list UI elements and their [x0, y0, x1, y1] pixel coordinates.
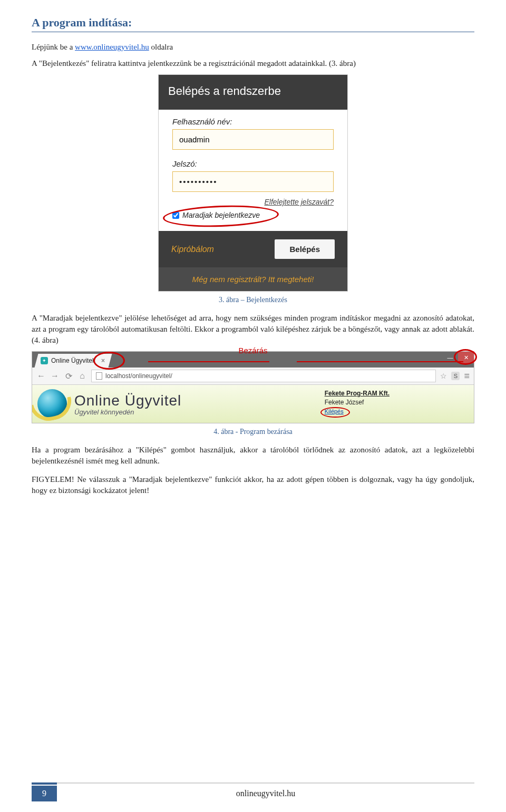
tab-close-icon[interactable]: ×	[101, 357, 105, 364]
figure3-caption: 3. ábra – Bejelentkezés	[32, 296, 474, 304]
page-icon	[96, 372, 102, 380]
browser-tab[interactable]: ✦ Online Ügyvitel ×	[35, 354, 112, 368]
footer-site-name: onlineugyvitel.hu	[57, 789, 474, 798]
annotation-line	[148, 361, 269, 362]
paragraph-after-fig4: Ha a program bezárásához a "Kilépés" gom…	[32, 444, 474, 467]
highlight-circle	[93, 352, 125, 370]
favicon-icon: ✦	[41, 357, 48, 364]
home-icon[interactable]: ⌂	[77, 371, 87, 381]
address-text: localhost/onlineugyvitel/	[105, 372, 172, 380]
register-link-bar[interactable]: Még nem regisztrált? Itt megteheti!	[159, 267, 347, 291]
login-button[interactable]: Belépés	[275, 239, 335, 259]
user-info-block: Fekete Prog-RAM Kft. Fekete József Kilép…	[325, 389, 390, 415]
browser-window: ✦ Online Ügyvitel × — ✕ ← → ⟳ ⌂ localhos…	[32, 351, 474, 423]
menu-icon[interactable]: ≡	[464, 371, 470, 382]
paragraph-after-fig3: A "Maradjak bejelentkezve" jelölése lehe…	[32, 313, 474, 346]
user-name: Fekete József	[325, 398, 390, 407]
username-label: Felhasználó név:	[172, 117, 334, 126]
username-input[interactable]	[172, 129, 334, 150]
page-number: 9	[32, 786, 57, 801]
forgot-password-link[interactable]: Elfelejtette jelszavát?	[264, 198, 334, 206]
page-footer: 9 onlineugyvitel.hu	[32, 782, 474, 801]
address-bar[interactable]: localhost/onlineugyvitel/	[91, 370, 436, 382]
remember-checkbox[interactable]	[172, 212, 179, 219]
back-icon[interactable]: ←	[36, 371, 46, 381]
section-heading: A program indítása:	[32, 16, 474, 32]
try-button[interactable]: Kipróbálom	[171, 245, 214, 254]
login-header: Belépés a rendszerbe	[159, 75, 347, 110]
globe-logo-icon	[37, 389, 67, 419]
bookmark-icon[interactable]: ☆	[440, 372, 447, 380]
reload-icon[interactable]: ⟳	[64, 371, 73, 381]
site-link[interactable]: www.onlineugyvitel.hu	[75, 43, 149, 51]
brand-subtitle: Ügyvitel könnyedén	[74, 408, 181, 416]
intro-text-after: oldalra	[151, 43, 173, 51]
forward-icon[interactable]: →	[50, 371, 60, 381]
password-input[interactable]: ••••••••••	[172, 171, 334, 192]
remember-label: Maradjak bejelentkezve	[182, 211, 260, 219]
close-annotation-label: Bezárás	[238, 346, 267, 355]
intro-line-2: A "Bejelentkezés" feliratra kattintva je…	[32, 58, 474, 69]
warning-paragraph: FIGYELEM! Ne válasszuk a "Maradjak bejel…	[32, 474, 474, 496]
footer-divider	[32, 782, 474, 784]
intro-text: Lépjünk be a	[32, 43, 75, 51]
password-label: Jelszó:	[172, 159, 334, 168]
site-header: Online Ügyvitel Ügyvitel könnyedén Feket…	[32, 385, 474, 423]
intro-line-1: Lépjünk be a www.onlineugyvitel.hu oldal…	[32, 42, 474, 53]
company-name: Fekete Prog-RAM Kft.	[325, 389, 390, 398]
tab-title: Online Ügyvitel	[51, 357, 94, 364]
login-panel: Belépés a rendszerbe Felhasználó név: Je…	[158, 74, 348, 292]
annotation-line	[297, 361, 463, 362]
highlight-circle	[320, 407, 350, 418]
extension-s-icon[interactable]: S	[451, 372, 460, 380]
figure4-caption: 4. ábra - Program bezárása	[32, 428, 474, 436]
brand-title: Online Ügyvitel	[74, 392, 181, 409]
